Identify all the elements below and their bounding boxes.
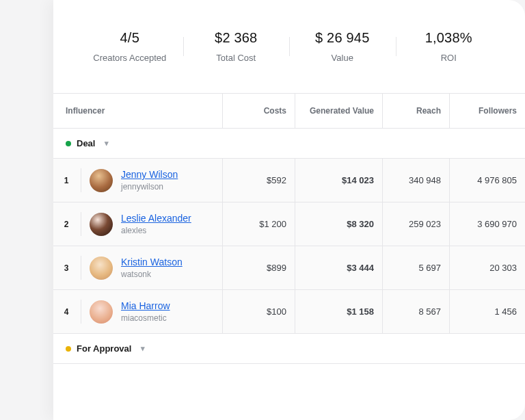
cell-generated-value: $3 444	[295, 246, 383, 289]
rank-number: 1	[60, 176, 72, 185]
table-row: 4 Mia Harrow miacosmetic $100 $1 158 8 5…	[53, 290, 525, 334]
divider	[81, 300, 81, 324]
col-costs[interactable]: Costs	[223, 94, 295, 129]
divider	[81, 212, 81, 236]
stat-label: ROI	[396, 53, 502, 63]
col-reach[interactable]: Reach	[383, 94, 450, 129]
table-row: 1 Jenny Wilson jennywilson $592 $14 023 …	[53, 159, 525, 202]
cell-reach: 8 567	[383, 290, 450, 333]
avatar[interactable]	[90, 213, 113, 236]
table-header-row: Influencer Costs Generated Value Reach F…	[53, 94, 525, 129]
status-dot-icon	[66, 346, 71, 352]
influencer-handle: watsonk	[121, 269, 183, 280]
stat-roi: 1,038% ROI	[396, 30, 502, 63]
stat-label: Total Cost	[183, 53, 290, 63]
cell-costs: $1 200	[223, 202, 295, 246]
influencer-handle: alexles	[121, 225, 191, 236]
col-followers[interactable]: Followers	[450, 94, 525, 129]
stats-row: 4/5 Creators Accepted $2 368 Total Cost …	[53, 0, 525, 93]
avatar[interactable]	[90, 169, 113, 192]
cell-generated-value: $1 158	[295, 290, 383, 333]
stat-creators-accepted: 4/5 Creators Accepted	[77, 30, 183, 63]
influencer-link[interactable]: Leslie Alexander	[121, 212, 191, 225]
chevron-down-icon: ▾	[105, 139, 109, 148]
cell-reach: 5 697	[383, 246, 450, 289]
cell-influencer: 1 Jenny Wilson jennywilson	[53, 159, 223, 202]
influencer-handle: jennywilson	[121, 181, 178, 192]
cell-followers: 20 303	[450, 246, 525, 289]
cell-reach: 259 023	[383, 202, 450, 246]
cell-costs: $899	[223, 246, 295, 289]
stat-label: Value	[289, 53, 396, 63]
stat-value: 1,038%	[396, 30, 502, 46]
stat-total-cost: $2 368 Total Cost	[183, 30, 290, 63]
cell-influencer: 4 Mia Harrow miacosmetic	[53, 290, 223, 333]
cell-generated-value: $8 320	[295, 202, 383, 246]
group-header-for-approval[interactable]: For Approval ▾	[53, 334, 525, 364]
stat-value: $ 26 945 Value	[289, 30, 396, 63]
divider	[81, 168, 81, 192]
cell-reach: 340 948	[383, 159, 450, 202]
stat-label: Creators Accepted	[77, 53, 183, 63]
group-label: Deal	[77, 138, 95, 148]
cell-followers: 4 976 805	[450, 159, 525, 202]
avatar[interactable]	[90, 257, 113, 280]
chevron-down-icon: ▾	[141, 344, 145, 353]
stat-value: $2 368	[183, 30, 290, 46]
cell-followers: 1 456	[450, 290, 525, 333]
cell-followers: 3 690 970	[450, 202, 525, 246]
cell-generated-value: $14 023	[295, 159, 383, 202]
table-row: 2 Leslie Alexander alexles $1 200 $8 320…	[53, 202, 525, 246]
rank-number: 2	[60, 220, 72, 229]
rank-number: 4	[60, 307, 72, 317]
influencer-handle: miacosmetic	[121, 313, 170, 324]
avatar[interactable]	[90, 300, 113, 324]
table-row: 3 Kristin Watson watsonk $899 $3 444 5 6…	[53, 246, 525, 290]
dashboard-panel: 4/5 Creators Accepted $2 368 Total Cost …	[53, 0, 525, 420]
cell-costs: $592	[223, 159, 295, 202]
divider	[81, 256, 81, 280]
cell-influencer: 3 Kristin Watson watsonk	[53, 246, 223, 289]
rank-number: 3	[60, 263, 72, 273]
influencer-link[interactable]: Kristin Watson	[121, 256, 183, 269]
group-header-deal[interactable]: Deal ▾	[53, 129, 525, 159]
col-generated-value[interactable]: Generated Value	[295, 94, 383, 129]
col-influencer[interactable]: Influencer	[53, 94, 223, 129]
stat-value: $ 26 945	[289, 30, 396, 46]
influencer-link[interactable]: Mia Harrow	[121, 300, 170, 313]
cell-costs: $100	[223, 290, 295, 333]
influencer-link[interactable]: Jenny Wilson	[121, 168, 178, 181]
status-dot-icon	[66, 141, 71, 146]
stat-value: 4/5	[77, 30, 183, 46]
influencer-table: Influencer Costs Generated Value Reach F…	[53, 93, 525, 364]
cell-influencer: 2 Leslie Alexander alexles	[53, 202, 223, 246]
group-label: For Approval	[77, 343, 131, 354]
